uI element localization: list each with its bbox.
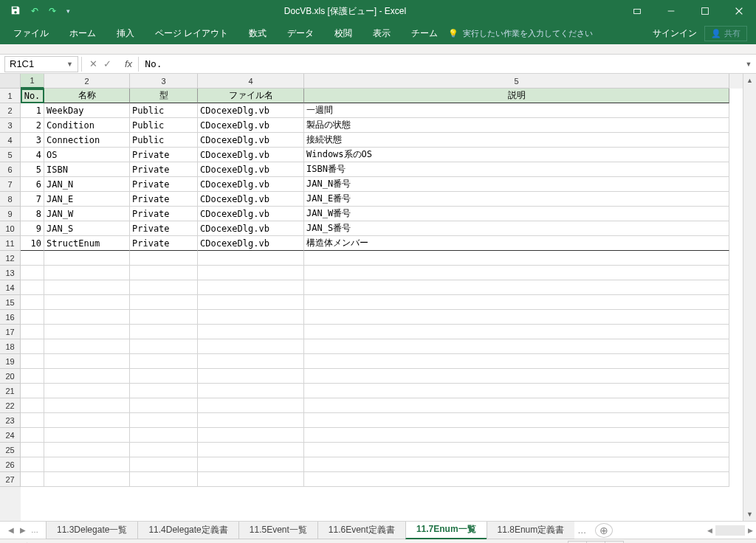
cell[interactable] [304, 354, 729, 369]
cell[interactable]: Private [130, 192, 198, 207]
row-header[interactable]: 7 [0, 177, 21, 192]
row-header[interactable]: 19 [0, 354, 21, 369]
cell[interactable] [44, 295, 130, 310]
cell[interactable] [198, 295, 304, 310]
save-icon[interactable] [10, 5, 21, 18]
cell[interactable] [44, 413, 130, 428]
row-header[interactable]: 12 [0, 251, 21, 266]
cell[interactable]: Public [130, 118, 198, 133]
cell[interactable] [21, 251, 44, 266]
cell[interactable] [130, 354, 198, 369]
row-header[interactable]: 27 [0, 472, 21, 487]
cell[interactable]: 構造体メンバー [304, 236, 729, 251]
cell[interactable] [21, 369, 44, 384]
cell[interactable] [304, 310, 729, 325]
row-header[interactable]: 8 [0, 192, 21, 207]
cell[interactable]: Public [130, 103, 198, 118]
cell[interactable] [130, 251, 198, 266]
cell[interactable] [304, 457, 729, 472]
cell[interactable]: CDocexeDlg.vb [198, 221, 304, 236]
cell[interactable]: Private [130, 236, 198, 251]
row-header[interactable]: 6 [0, 162, 21, 177]
cell[interactable] [130, 280, 198, 295]
cell[interactable] [44, 369, 130, 384]
cell[interactable] [130, 413, 198, 428]
chevron-down-icon[interactable]: ▼ [66, 60, 73, 68]
cell[interactable]: 6 [21, 177, 44, 192]
cell[interactable]: Connection [44, 133, 130, 148]
cell[interactable] [130, 472, 198, 487]
cell[interactable]: 1 [21, 103, 44, 118]
cell[interactable]: JAN_S [44, 221, 130, 236]
column-header[interactable]: 3 [130, 74, 198, 89]
row-header[interactable]: 2 [0, 103, 21, 118]
cell[interactable] [130, 443, 198, 457]
share-button[interactable]: 👤 共有 [704, 26, 747, 41]
row-header[interactable]: 4 [0, 133, 21, 148]
cell[interactable]: JAN_E [44, 192, 130, 207]
cell[interactable] [304, 398, 729, 413]
cell[interactable] [44, 472, 130, 487]
column-header[interactable]: 1 [21, 74, 44, 89]
cell[interactable]: 8 [21, 207, 44, 221]
cell[interactable]: JAN_W [44, 207, 130, 221]
cell[interactable]: 4 [21, 148, 44, 162]
cell[interactable]: CDocexeDlg.vb [198, 103, 304, 118]
row-header[interactable]: 1 [0, 89, 21, 103]
row-header[interactable]: 10 [0, 221, 21, 236]
cell[interactable]: CDocexeDlg.vb [198, 207, 304, 221]
cell[interactable] [44, 398, 130, 413]
cell[interactable]: 名称 [44, 89, 130, 103]
cell[interactable]: WeekDay [44, 103, 130, 118]
cell[interactable] [21, 266, 44, 280]
cell[interactable]: ISBN番号 [304, 162, 729, 177]
view-normal-icon[interactable] [568, 541, 587, 544]
row-header[interactable]: 5 [0, 148, 21, 162]
row-header[interactable]: 22 [0, 398, 21, 413]
cell[interactable] [198, 251, 304, 266]
cell[interactable]: CDocexeDlg.vb [198, 236, 304, 251]
cell[interactable] [130, 310, 198, 325]
cell[interactable] [44, 354, 130, 369]
cell[interactable] [21, 428, 44, 443]
cell[interactable] [44, 428, 130, 443]
tab-nav[interactable]: ◀ ▶ … [0, 526, 46, 534]
cell[interactable] [44, 457, 130, 472]
ribbon-tab[interactable]: データ [277, 22, 324, 44]
row-header[interactable]: 17 [0, 325, 21, 339]
cell[interactable] [130, 325, 198, 339]
cell[interactable] [21, 280, 44, 295]
cell[interactable] [21, 354, 44, 369]
cell[interactable] [130, 428, 198, 443]
cell[interactable]: 2 [21, 118, 44, 133]
row-header[interactable]: 20 [0, 369, 21, 384]
cell[interactable] [130, 384, 198, 398]
cell[interactable] [44, 251, 130, 266]
spreadsheet-grid[interactable]: 12345 No.名称型ファイル名説明1WeekDayPublicCDocexe… [21, 74, 743, 521]
row-header[interactable]: 13 [0, 266, 21, 280]
row-header[interactable]: 23 [0, 413, 21, 428]
cell[interactable] [198, 413, 304, 428]
cell[interactable]: 9 [21, 221, 44, 236]
ribbon-tab[interactable]: ページ レイアウト [145, 22, 238, 44]
row-header[interactable]: 24 [0, 428, 21, 443]
formula-expand-icon[interactable]: ▼ [741, 60, 756, 68]
row-header[interactable]: 26 [0, 457, 21, 472]
cell[interactable]: ISBN [44, 162, 130, 177]
cell[interactable] [198, 354, 304, 369]
vertical-scrollbar[interactable]: ▲ ▼ [743, 74, 756, 521]
cell[interactable]: CDocexeDlg.vb [198, 133, 304, 148]
minimize-icon[interactable] [654, 0, 688, 22]
tab-prev-icon[interactable]: ◀ [6, 526, 16, 534]
cell[interactable] [130, 457, 198, 472]
cell[interactable] [130, 339, 198, 354]
cell[interactable]: ファイル名 [198, 89, 304, 103]
cell[interactable]: 型 [130, 89, 198, 103]
cell[interactable] [304, 443, 729, 457]
cell[interactable] [304, 325, 729, 339]
cell[interactable]: Private [130, 162, 198, 177]
cell[interactable]: No. [21, 89, 44, 103]
cell[interactable] [198, 428, 304, 443]
cell[interactable] [198, 472, 304, 487]
cell[interactable] [304, 384, 729, 398]
